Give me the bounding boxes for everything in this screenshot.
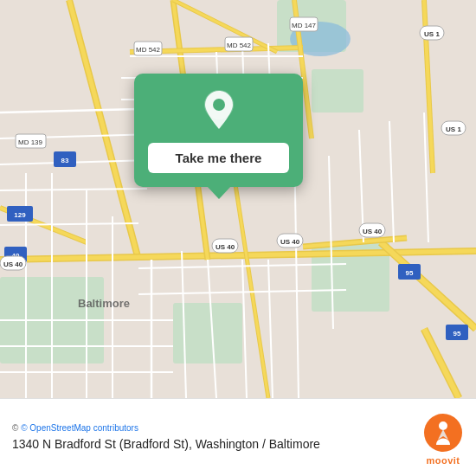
svg-text:95: 95 [453, 330, 461, 338]
location-popup: Take me there [134, 74, 303, 187]
svg-text:95: 95 [406, 269, 414, 277]
svg-text:US 1: US 1 [424, 30, 440, 38]
svg-text:83: 83 [61, 157, 69, 164]
svg-text:MD 147: MD 147 [292, 22, 317, 29]
svg-point-97 [213, 99, 225, 111]
moovit-icon [422, 412, 464, 453]
svg-text:US 40: US 40 [363, 228, 383, 235]
svg-text:MD 139: MD 139 [18, 138, 43, 146]
osm-icon: © [12, 423, 18, 433]
svg-text:US 40: US 40 [3, 261, 23, 268]
svg-text:MD 542: MD 542 [136, 46, 161, 54]
svg-text:Baltimore: Baltimore [78, 297, 130, 310]
svg-text:US 40: US 40 [280, 238, 300, 246]
svg-text:129: 129 [14, 211, 26, 219]
moovit-logo-container: moovit [422, 412, 464, 466]
map-background: MD 542 MD 542 MD 147 US 1 US 1 83 MD 139… [0, 0, 476, 398]
address-section: © © OpenStreetMap contributors 1340 N Br… [12, 423, 412, 453]
moovit-label: moovit [426, 455, 460, 466]
address-text: 1340 N Bradford St (Bradford St), Washin… [12, 436, 412, 453]
svg-rect-3 [312, 69, 363, 113]
svg-point-99 [439, 421, 447, 430]
svg-text:US 1: US 1 [446, 125, 461, 133]
take-me-there-button[interactable]: Take me there [148, 143, 289, 173]
osm-attribution: © © OpenStreetMap contributors [12, 423, 412, 433]
osm-link[interactable]: © OpenStreetMap contributors [21, 423, 138, 433]
map-container: MD 542 MD 542 MD 147 US 1 US 1 83 MD 139… [0, 0, 476, 398]
location-pin-icon [196, 89, 241, 134]
bottom-bar: © © OpenStreetMap contributors 1340 N Br… [0, 398, 476, 476]
svg-text:US 40: US 40 [215, 243, 235, 251]
svg-text:MD 542: MD 542 [227, 42, 252, 49]
